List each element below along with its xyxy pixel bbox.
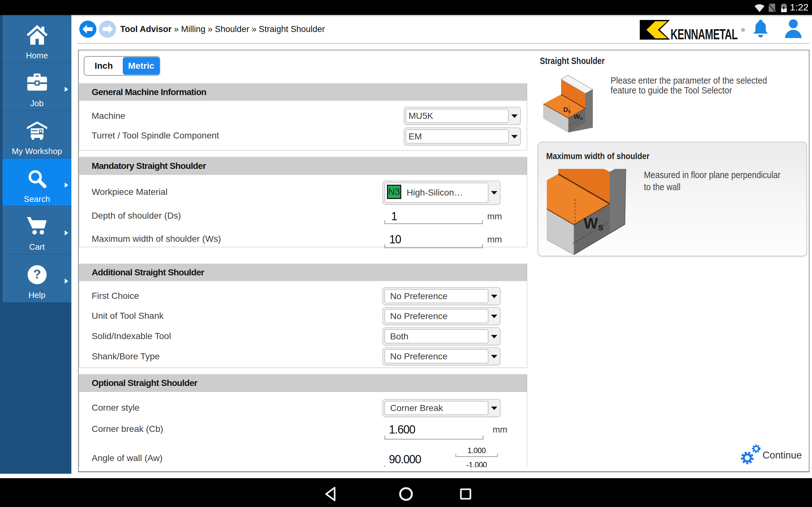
svg-text:?: ? [33,267,41,281]
